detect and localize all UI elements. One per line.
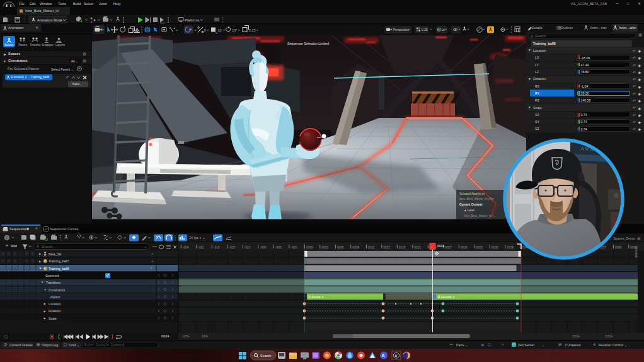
svg-text:0.25: 0.25: [249, 28, 256, 32]
svg-text:▲ Level: ▲ Level: [464, 209, 474, 212]
svg-text:Intro_Beta_Master_lvl (Par: Intro_Beta_Master_lvl (Par: [459, 197, 494, 201]
svg-text:Current Context: Current Context: [459, 203, 483, 206]
svg-text:Sequencer Selection Limited: Sequencer Selection Limited: [287, 42, 329, 45]
svg-text:10: 10: [218, 28, 222, 32]
svg-text:Platforms: Platforms: [185, 18, 199, 21]
svg-text:Lit: Lit: [442, 28, 446, 32]
svg-text:Selected Actor(s) in: Selected Actor(s) in: [459, 192, 485, 196]
svg-text:A: A: [382, 353, 385, 358]
svg-text:u: u: [395, 353, 398, 358]
svg-text:10°: 10°: [232, 28, 237, 32]
svg-text:Perspective: Perspective: [393, 28, 410, 32]
svg-text:Search: Search: [260, 354, 271, 358]
svg-text:0: 0: [204, 28, 206, 32]
svg-text:Animation Mode: Animation Mode: [37, 18, 62, 21]
svg-text:0.25: 0.25: [422, 28, 428, 32]
svg-text:24 fps ◐ ⌄: 24 fps ◐ ⌄: [189, 236, 205, 240]
svg-text:0024: 0024: [437, 244, 444, 248]
svg-text:Intro_Beta_Master_lvl (…: Intro_Beta_Master_lvl (…: [464, 214, 497, 218]
